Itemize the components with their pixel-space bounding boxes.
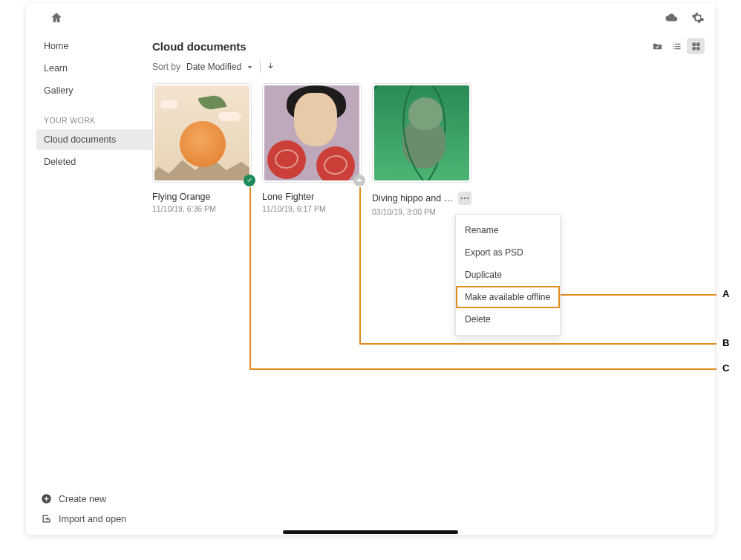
sort-label: Sort by: [152, 62, 180, 72]
gear-icon[interactable]: [678, 11, 705, 27]
arrow-down-icon: [267, 62, 275, 70]
sidebar-item-deleted[interactable]: Deleted: [36, 152, 152, 172]
document-title: Lone Fighter: [262, 192, 362, 202]
ctx-item-duplicate[interactable]: Duplicate: [456, 264, 560, 286]
annotation-line: [249, 187, 251, 368]
document-thumb[interactable]: [372, 83, 471, 183]
svg-point-2: [464, 198, 466, 199]
document-title: Diving hippo and the…: [372, 193, 454, 204]
import-open-label: Import and open: [59, 514, 126, 524]
svg-point-3: [467, 198, 469, 199]
document-more-button[interactable]: [458, 192, 471, 205]
view-list-button[interactable]: [667, 38, 685, 54]
import-icon: [41, 513, 52, 524]
sidebar-item-home[interactable]: Home: [36, 36, 152, 56]
annotation-line: [561, 294, 716, 296]
sidebar: Home Learn Gallery YOUR WORK Cloud docum…: [36, 36, 152, 535]
ctx-item-rename[interactable]: Rename: [456, 219, 560, 241]
document-date: 11/10/19, 6:17 PM: [262, 204, 362, 213]
document-thumb[interactable]: [262, 83, 362, 183]
import-open-button[interactable]: Import and open: [41, 513, 148, 524]
sidebar-section-head: YOUR WORK: [36, 101, 152, 129]
document-thumb[interactable]: [152, 83, 252, 183]
view-folder-button[interactable]: [648, 38, 666, 54]
app-window: Home Learn Gallery YOUR WORK Cloud docum…: [26, 3, 715, 535]
sidebar-item-learn[interactable]: Learn: [36, 58, 152, 79]
annotation-line: [359, 343, 716, 345]
synced-badge-icon: [244, 175, 255, 186]
documents-grid: Flying Orange 11/10/19, 6:36 PM: [152, 83, 705, 216]
document-date: 11/10/19, 6:36 PM: [152, 204, 252, 213]
document-card[interactable]: Diving hippo and the… 03/10/19, 3:00 PM: [372, 83, 471, 216]
list-icon: [671, 41, 682, 52]
chevron-down-icon: [246, 63, 254, 71]
device-home-indicator: [283, 530, 458, 534]
sort-dropdown[interactable]: Date Modified: [186, 62, 254, 72]
view-grid-button[interactable]: [687, 38, 705, 54]
annotation-label-c: C: [722, 362, 729, 374]
create-new-label: Create new: [59, 494, 106, 504]
sort-value: Date Modified: [186, 62, 241, 72]
document-card[interactable]: Lone Fighter 11/10/19, 6:17 PM: [262, 83, 362, 216]
sidebar-item-cloud-documents[interactable]: Cloud documents: [36, 129, 152, 150]
svg-point-1: [461, 198, 463, 199]
plus-circle-icon: [41, 493, 52, 504]
document-title: Flying Orange: [152, 192, 252, 202]
create-new-button[interactable]: Create new: [41, 493, 148, 504]
ctx-item-delete[interactable]: Delete: [456, 308, 560, 331]
ctx-item-make-offline[interactable]: Make available offline: [456, 286, 560, 308]
page-title: Cloud documents: [152, 40, 247, 53]
app-top-bar: [26, 3, 715, 30]
annotation-label-a: A: [722, 288, 729, 299]
sort-direction-button[interactable]: [267, 62, 275, 72]
grid-icon: [691, 41, 702, 52]
more-horizontal-icon: [460, 193, 470, 204]
folder-check-icon: [652, 41, 663, 52]
annotation-label-b: B: [722, 337, 729, 348]
annotation-line: [249, 368, 716, 370]
document-card[interactable]: Flying Orange 11/10/19, 6:36 PM: [152, 83, 252, 216]
sort-row: Sort by Date Modified: [152, 61, 705, 73]
sidebar-item-gallery[interactable]: Gallery: [36, 80, 152, 101]
ctx-item-export-psd[interactable]: Export as PSD: [456, 241, 560, 264]
cloud-only-badge-icon: [353, 175, 365, 186]
document-context-menu: Rename Export as PSD Duplicate Make avai…: [455, 214, 561, 336]
annotation-line: [359, 187, 361, 343]
cloud-icon[interactable]: [651, 11, 678, 27]
home-icon[interactable]: [36, 11, 63, 27]
main-panel: Cloud documents Sort by Date Modifi: [152, 36, 705, 535]
